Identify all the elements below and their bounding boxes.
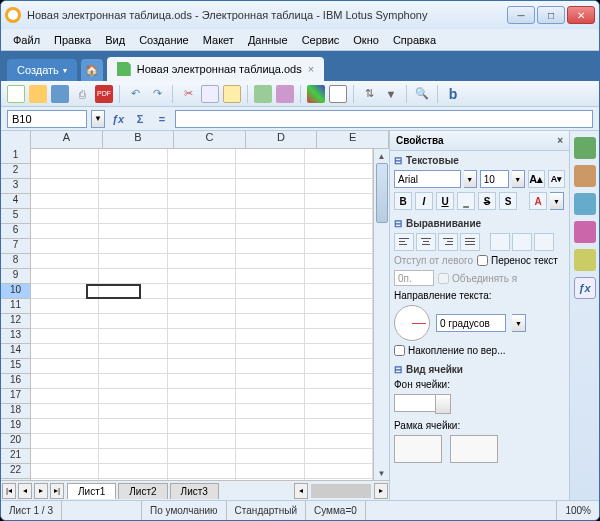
menu-help[interactable]: Справка	[387, 32, 442, 48]
merge-cells-checkbox[interactable]	[438, 273, 449, 284]
cell[interactable]	[168, 299, 236, 313]
row-header[interactable]: 1	[1, 149, 30, 164]
section-align[interactable]: Выравнивание	[394, 218, 565, 229]
cell[interactable]	[31, 449, 99, 463]
bold-button[interactable]: B	[394, 192, 412, 210]
degrees-combo[interactable]: 0 градусов	[436, 314, 506, 332]
menu-data[interactable]: Данные	[242, 32, 294, 48]
menu-view[interactable]: Вид	[99, 32, 131, 48]
cell[interactable]	[31, 434, 99, 448]
cell[interactable]	[236, 254, 304, 268]
cell[interactable]	[236, 224, 304, 238]
cell[interactable]	[168, 449, 236, 463]
menu-file[interactable]: Файл	[7, 32, 46, 48]
filter-icon[interactable]: ▼	[382, 85, 400, 103]
cell[interactable]	[31, 179, 99, 193]
col-header-a[interactable]: A	[31, 131, 103, 148]
valign-top-button[interactable]	[490, 233, 510, 251]
tool2-icon[interactable]	[276, 85, 294, 103]
cell[interactable]	[31, 269, 99, 283]
hscroll-right-button[interactable]: ▸	[374, 483, 388, 499]
cell[interactable]	[99, 209, 167, 223]
cell[interactable]	[236, 209, 304, 223]
shadow-button[interactable]: S	[499, 192, 517, 210]
cell[interactable]	[168, 149, 236, 163]
tool-icon[interactable]	[254, 85, 272, 103]
row-header[interactable]: 2	[1, 164, 30, 179]
cell[interactable]	[168, 179, 236, 193]
cell[interactable]	[99, 194, 167, 208]
font-size-combo[interactable]: 10	[480, 170, 509, 188]
valign-middle-button[interactable]	[512, 233, 532, 251]
align-right-button[interactable]	[438, 233, 458, 251]
row-header[interactable]: 8	[1, 254, 30, 269]
sheet-tab-2[interactable]: Лист2	[118, 483, 167, 499]
stack-checkbox[interactable]	[394, 345, 405, 356]
tab-close-icon[interactable]: ×	[308, 63, 314, 75]
styles-panel-icon[interactable]	[574, 221, 596, 243]
cell[interactable]	[99, 224, 167, 238]
function-wizard-button[interactable]: ƒx	[109, 110, 127, 128]
underline-button[interactable]: U	[436, 192, 454, 210]
cell[interactable]	[168, 419, 236, 433]
cell[interactable]	[305, 179, 373, 193]
scroll-thumb[interactable]	[376, 163, 388, 223]
cell[interactable]	[236, 269, 304, 283]
scroll-down-icon[interactable]: ▼	[374, 466, 389, 480]
align-left-button[interactable]	[394, 233, 414, 251]
font-name-combo[interactable]: Arial	[394, 170, 461, 188]
bold-icon[interactable]: b	[444, 85, 462, 103]
close-button[interactable]: ✕	[567, 6, 595, 24]
redo-icon[interactable]: ↷	[148, 85, 166, 103]
row-header[interactable]: 12	[1, 314, 30, 329]
cell[interactable]	[168, 344, 236, 358]
cell[interactable]	[31, 224, 99, 238]
cell[interactable]	[99, 404, 167, 418]
cell[interactable]	[31, 194, 99, 208]
cell[interactable]	[31, 239, 99, 253]
status-style[interactable]: По умолчанию	[142, 501, 227, 520]
row-header[interactable]: 11	[1, 299, 30, 314]
cell[interactable]	[168, 194, 236, 208]
cell[interactable]	[99, 434, 167, 448]
cell[interactable]	[99, 284, 167, 298]
cell[interactable]	[305, 464, 373, 478]
degrees-dropdown-icon[interactable]: ▼	[512, 314, 526, 332]
cell[interactable]	[305, 299, 373, 313]
row-header[interactable]: 14	[1, 344, 30, 359]
document-tab[interactable]: Новая электронная таблица.ods ×	[107, 57, 324, 81]
tab-first-button[interactable]: |◂	[2, 483, 16, 499]
font-size-dropdown-icon[interactable]: ▼	[512, 170, 525, 188]
functions-panel-icon[interactable]: ƒx	[574, 277, 596, 299]
menu-create[interactable]: Создание	[133, 32, 195, 48]
row-header[interactable]: 13	[1, 329, 30, 344]
cell[interactable]	[305, 284, 373, 298]
cell[interactable]	[168, 209, 236, 223]
hscroll-left-button[interactable]: ◂	[294, 483, 308, 499]
col-header-c[interactable]: C	[174, 131, 246, 148]
cell[interactable]	[236, 239, 304, 253]
save-icon[interactable]	[51, 85, 69, 103]
status-zoom[interactable]: 100%	[556, 501, 599, 520]
undo-icon[interactable]: ↶	[126, 85, 144, 103]
cell[interactable]	[305, 239, 373, 253]
valign-bottom-button[interactable]	[534, 233, 554, 251]
cell[interactable]	[236, 434, 304, 448]
cell[interactable]	[168, 284, 236, 298]
cell[interactable]	[168, 389, 236, 403]
row-header[interactable]: 15	[1, 359, 30, 374]
row-header[interactable]: 19	[1, 419, 30, 434]
print-icon[interactable]: ⎙	[73, 85, 91, 103]
tab-last-button[interactable]: ▸|	[50, 483, 64, 499]
col-header-b[interactable]: B	[103, 131, 175, 148]
section-text[interactable]: Текстовые	[394, 155, 565, 166]
menu-edit[interactable]: Правка	[48, 32, 97, 48]
cell[interactable]	[99, 254, 167, 268]
row-header[interactable]: 22	[1, 464, 30, 479]
row-header[interactable]: 4	[1, 194, 30, 209]
sheet-tab-1[interactable]: Лист1	[67, 483, 116, 499]
sum-button[interactable]: Σ	[131, 110, 149, 128]
row-header[interactable]: 21	[1, 449, 30, 464]
cell[interactable]	[236, 419, 304, 433]
properties-panel-icon[interactable]	[574, 137, 596, 159]
